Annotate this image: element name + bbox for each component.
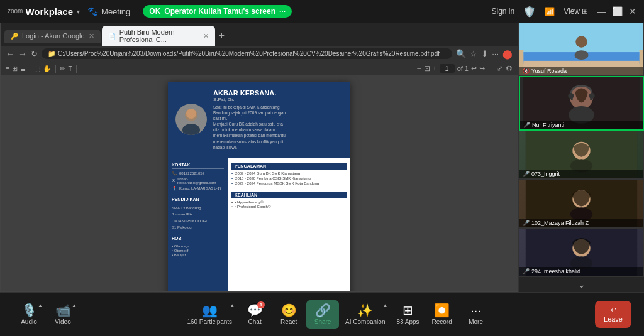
audio-button[interactable]: ▲ 🎙️ Audio: [13, 300, 45, 329]
participants-label: 160 Participants: [187, 318, 232, 325]
pdf-page-input[interactable]: [440, 64, 455, 73]
zoom-control[interactable]: 🔍: [456, 49, 466, 58]
pdf-text-tool[interactable]: T: [68, 65, 72, 72]
chat-button[interactable]: 1 💬 Chat: [238, 300, 271, 329]
pdf-toggle-sidebar[interactable]: ≡: [6, 65, 9, 72]
video-icon: 📹: [55, 304, 71, 317]
video-button[interactable]: ▲ 📹 Video: [47, 300, 79, 329]
participants-button[interactable]: ▲ 👥 160 Participants: [182, 300, 237, 329]
workplace-dropdown-arrow[interactable]: ▾: [77, 8, 80, 15]
pdf-fit[interactable]: ⊡: [424, 64, 430, 73]
meeting-badge: 🐾 Meeting: [87, 6, 130, 16]
react-button[interactable]: 😊 React: [272, 300, 305, 329]
cv-education-title: PENDIDIKAN: [172, 197, 224, 203]
pdf-annotate[interactable]: ✏: [60, 65, 65, 73]
react-label: React: [280, 318, 297, 325]
participant-video-5[interactable]: 🎤 294_meesha khalid: [519, 228, 644, 276]
participant-1-name-bar: 🔇 Yusuf Rosada: [519, 67, 643, 75]
pdf-page: AKBAR KERSANA. S.Psi, Gr. Saat ini beker…: [168, 82, 350, 291]
cv-photo-svg: [175, 104, 207, 135]
pdf-hand[interactable]: ✋: [43, 65, 52, 73]
participant-4-mic-icon: 🎤: [523, 220, 530, 226]
tab-1-title: Login - Akun Google: [22, 32, 85, 40]
participants-count: 160: [187, 318, 197, 325]
pdf-settings[interactable]: ⚙: [506, 64, 513, 73]
cv-contact-title: KONTAK: [172, 163, 224, 169]
share-button[interactable]: 🔗 Share: [306, 300, 339, 329]
nav-actions: 🔍 ☆ ⬇ ··· ⬤: [456, 49, 513, 59]
back-button[interactable]: ←: [6, 49, 14, 59]
bullet-icon-3: •: [231, 182, 233, 185]
screen-share-options[interactable]: ···: [279, 7, 286, 16]
download-button[interactable]: ⬇: [481, 49, 488, 58]
maximize-button[interactable]: ⬜: [612, 6, 623, 16]
more-button[interactable]: ··· More: [460, 300, 492, 329]
apps-button[interactable]: ⊞ 83 Apps: [391, 300, 424, 329]
browser-chrome: 🔑 Login - Akun Google ✕ 📄 Putih Biru Mod…: [1, 23, 518, 75]
bullet-icon-2: •: [231, 176, 233, 180]
pdf-more-tools[interactable]: ⋯: [487, 65, 494, 73]
participant-video-4[interactable]: 🎤 102_Mazaya Fildzah Z: [519, 179, 644, 227]
cv-exp2: • 2015 - 2020 Pembina OSIS SMK Kiansatan…: [231, 176, 347, 180]
pdf-zoom-in[interactable]: +: [433, 64, 437, 73]
view-button[interactable]: View ⊞: [564, 7, 588, 16]
cv-hobby2: • Otomotif: [172, 249, 224, 252]
participants-arrow-icon[interactable]: ▲: [230, 303, 235, 308]
browser-content: AKBAR KERSANA. S.Psi, Gr. Saat ini beker…: [1, 75, 518, 291]
address-bar[interactable]: 📁 C:/Users/Proc%20Unjani%203/Downloads/P…: [42, 48, 452, 59]
participant-3-name-bar: 🎤 073_Inggrit: [519, 170, 643, 178]
pdf-next-page[interactable]: ↪: [479, 65, 485, 73]
pdf-find[interactable]: ≣: [20, 65, 26, 73]
cv-right-column: PENGALAMAN • 2009 - 2024 Guru BK SMK Kia…: [228, 158, 350, 291]
pdf-thumbnails[interactable]: ⊞: [12, 65, 18, 73]
forward-button[interactable]: →: [18, 49, 27, 59]
participant-1-mic-icon: 🔇: [523, 68, 530, 74]
new-tab-button[interactable]: +: [219, 30, 225, 41]
browser-tab-2[interactable]: 📄 Putih Biru Modern Profesional C... ✕: [102, 26, 215, 46]
participant-3-mic-icon: 🎤: [523, 171, 530, 177]
cv-experience-title: PENGALAMAN: [231, 163, 347, 170]
video-label: Video: [55, 318, 70, 325]
ai-companion-arrow-icon[interactable]: ▲: [383, 303, 388, 308]
sign-in-button[interactable]: Sign in: [492, 7, 515, 16]
more-options-button[interactable]: ···: [492, 49, 499, 58]
pdf-zoom-out[interactable]: −: [417, 64, 421, 73]
svg-point-7: [574, 50, 588, 60]
participant-video-2[interactable]: 🎤 Nur Fitriyanti: [519, 76, 644, 131]
minimize-button[interactable]: —: [597, 6, 606, 16]
toolbar-left: ▲ 🎙️ Audio ▲ 📹 Video: [13, 300, 79, 329]
tab-1-close[interactable]: ✕: [89, 32, 94, 40]
participant-video-3[interactable]: 🎤 073_Inggrit: [519, 131, 644, 179]
bookmark-button[interactable]: ☆: [470, 49, 477, 58]
tab-2-close[interactable]: ✕: [203, 32, 209, 40]
toolbar-right: ↩ Leave: [595, 301, 631, 328]
cv-person-name: AKBAR KERSANA.: [213, 89, 343, 97]
react-icon: 😊: [281, 304, 297, 317]
cv-person-degree: S.Psi, Gr.: [213, 97, 343, 102]
cv-email: ✉ akbar-kersana88@gmail.com: [172, 177, 224, 185]
audio-arrow-icon[interactable]: ▲: [38, 303, 43, 308]
cv-skill-section: KEAHLIAN • • Hypnotherapy© • • Profesion…: [231, 192, 347, 209]
cv-left-column: KONTAK 📞 081222621057 ✉ akbar-kersana88@…: [168, 158, 228, 291]
browser-tab-1[interactable]: 🔑 Login - Akun Google ✕: [4, 30, 101, 43]
pdf-prev-page[interactable]: ↩: [471, 65, 477, 73]
reload-button[interactable]: ↻: [31, 49, 38, 58]
scroll-down-button[interactable]: ⌄: [519, 276, 644, 292]
ai-companion-button[interactable]: ▲ ✨ AI Companion: [340, 300, 390, 329]
cv-edu1: SMA 13 Bandung: [172, 205, 224, 210]
pdf-select[interactable]: ⬚: [34, 65, 40, 73]
leave-button[interactable]: ↩ Leave: [595, 301, 631, 328]
participants-icon: 👥: [202, 304, 218, 317]
cv-skill1: • • Hypnotherapy©: [231, 200, 347, 204]
top-bar: zoom Workplace ▾ 🐾 Meeting OK Operator K…: [0, 0, 644, 23]
cv-name-area: AKBAR KERSANA. S.Psi, Gr. Saat ini beker…: [213, 89, 343, 150]
cv-exp3: • 2023 - 2024 Pengurus MGBK SMK Kota Ban…: [231, 182, 347, 185]
close-button[interactable]: ✕: [629, 6, 636, 16]
video-arrow-icon[interactable]: ▲: [72, 303, 77, 308]
cv-phone: 📞 081222621057: [172, 171, 224, 176]
participant-video-1[interactable]: 🔇 Yusuf Rosada: [519, 23, 644, 76]
pdf-fullscreen[interactable]: ⤢: [497, 64, 503, 73]
paw-icon: 🐾: [87, 6, 98, 16]
cv-address: 📍 Komp. LA-MARGA5 L-17: [172, 186, 224, 191]
record-button[interactable]: ⏺️ Record: [426, 300, 458, 329]
